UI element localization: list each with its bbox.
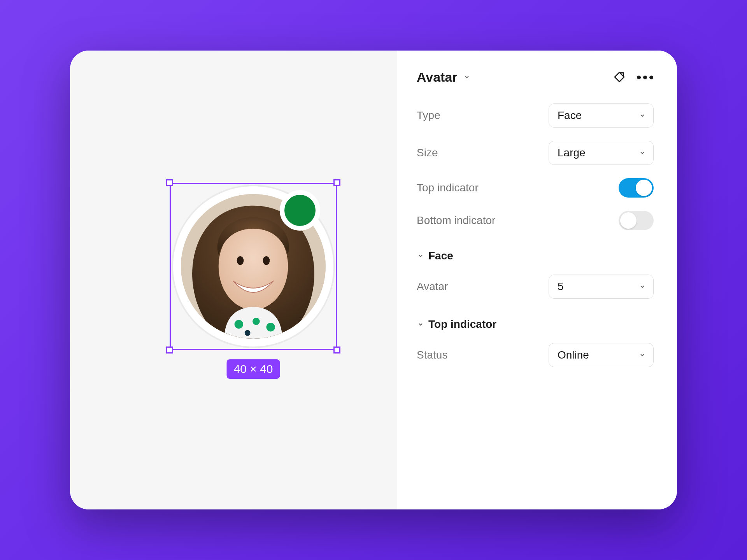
toggle-knob (636, 180, 652, 196)
property-row-size: Size Large (417, 141, 654, 165)
chevron-down-icon (638, 149, 646, 157)
chevron-down-icon (417, 252, 424, 260)
dropdown-size[interactable]: Large (549, 141, 654, 165)
dimensions-badge: 40 × 40 (227, 359, 280, 379)
more-options-icon[interactable]: ••• (638, 69, 654, 85)
selection-outline (170, 183, 337, 350)
dropdown-size-value: Large (558, 147, 586, 159)
dropdown-type-value: Face (558, 109, 582, 122)
section-header-face[interactable]: Face (417, 250, 654, 262)
header-actions: ••• (612, 69, 654, 85)
label-type: Type (417, 109, 440, 122)
resize-handle-bottom-left[interactable] (166, 346, 173, 354)
label-size: Size (417, 147, 438, 159)
property-row-status: Status Online (417, 343, 654, 367)
dropdown-avatar-value: 5 (558, 280, 564, 293)
section-header-top-indicator[interactable]: Top indicator (417, 318, 654, 331)
resize-handle-top-left[interactable] (166, 179, 173, 186)
panel-header: Avatar ••• (417, 69, 654, 85)
property-row-top-indicator: Top indicator (417, 178, 654, 198)
chevron-down-icon (417, 320, 424, 328)
properties-panel: Avatar ••• Type Face (397, 51, 677, 509)
app-window: 40 × 40 Avatar ••• Type (70, 51, 677, 509)
label-bottom-indicator: Bottom indicator (417, 214, 495, 227)
toggle-bottom-indicator[interactable] (619, 211, 654, 230)
property-row-type: Type Face (417, 103, 654, 128)
open-external-icon[interactable] (612, 69, 627, 85)
chevron-down-icon (638, 283, 646, 290)
dropdown-type[interactable]: Face (549, 103, 654, 128)
label-top-indicator: Top indicator (417, 182, 479, 194)
chevron-down-icon (638, 351, 646, 359)
toggle-knob (620, 212, 637, 229)
chevron-down-icon (638, 112, 646, 119)
section-title-face: Face (428, 250, 453, 262)
property-row-avatar: Avatar 5 (417, 275, 654, 299)
panel-title: Avatar (417, 70, 458, 85)
component-selector[interactable]: Avatar (417, 70, 471, 85)
property-row-bottom-indicator: Bottom indicator (417, 211, 654, 230)
resize-handle-bottom-right[interactable] (333, 346, 340, 354)
dropdown-avatar[interactable]: 5 (549, 275, 654, 299)
section-title-top-indicator: Top indicator (428, 318, 496, 331)
dropdown-status[interactable]: Online (549, 343, 654, 367)
toggle-top-indicator[interactable] (619, 178, 654, 198)
dropdown-status-value: Online (558, 349, 589, 361)
label-avatar: Avatar (417, 280, 448, 293)
label-status: Status (417, 349, 447, 361)
selection-frame[interactable]: 40 × 40 (170, 183, 337, 350)
chevron-down-icon (463, 73, 471, 81)
canvas[interactable]: 40 × 40 (70, 51, 397, 509)
resize-handle-top-right[interactable] (333, 179, 340, 186)
